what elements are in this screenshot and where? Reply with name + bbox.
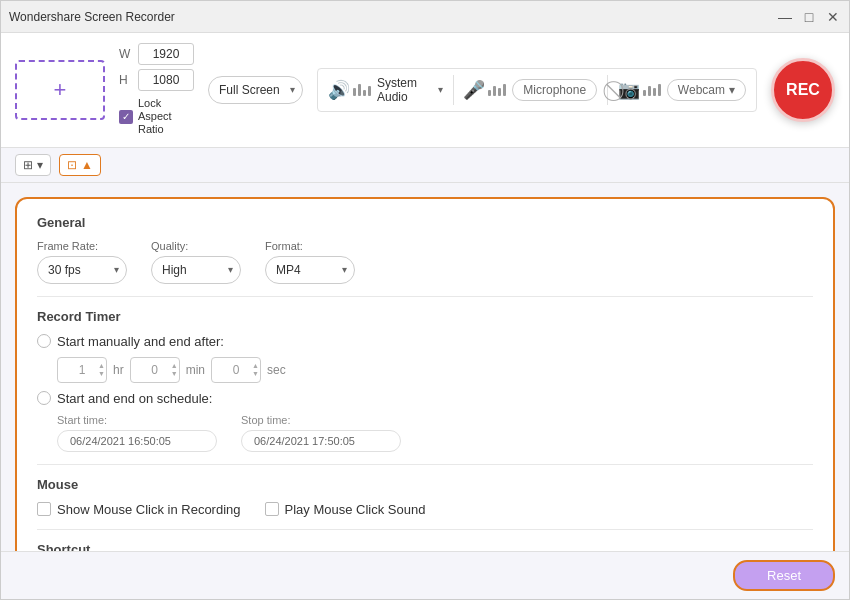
minutes-wrapper: ▲ ▼ — [130, 357, 180, 383]
bar2 — [358, 84, 361, 96]
frame-rate-label: Frame Rate: — [37, 240, 127, 252]
camera-toolbar-button[interactable]: ⊡ ▲ — [59, 154, 101, 176]
quality-select-wrapper: High Medium Low — [151, 256, 241, 284]
sec-label: sec — [267, 363, 286, 377]
minutes-down-arrow[interactable]: ▼ — [171, 370, 178, 377]
hours-wrapper: ▲ ▼ — [57, 357, 107, 383]
toolbar: ⊞ ▾ ⊡ ▲ — [1, 148, 849, 183]
schedule-time-row: Start time: Stop time: — [37, 414, 813, 452]
maximize-button[interactable]: □ — [801, 9, 817, 25]
mic-bar3 — [498, 88, 501, 96]
microphone-button[interactable]: Microphone — [512, 79, 597, 101]
lock-aspect-ratio-checkbox[interactable] — [119, 110, 133, 124]
stop-time-input[interactable] — [241, 430, 401, 452]
system-audio-dropdown[interactable]: System Audio ▾ — [377, 76, 443, 104]
app-window: Wondershare Screen Recorder — □ ✕ + W H … — [0, 0, 850, 600]
aspect-ratio-row: Lock Aspect Ratio — [119, 97, 194, 137]
toolbar-arrow-up: ▲ — [81, 158, 93, 172]
width-row: W — [119, 43, 194, 65]
divider-2 — [37, 464, 813, 465]
start-time-input[interactable] — [57, 430, 217, 452]
av-divider-1 — [453, 75, 454, 105]
record-timer-title: Record Timer — [37, 309, 813, 324]
mic-bar2 — [493, 86, 496, 96]
seconds-down-arrow[interactable]: ▼ — [252, 370, 259, 377]
webcam-icon-group: 📷⃠ — [618, 79, 661, 101]
titlebar: Wondershare Screen Recorder — □ ✕ — [1, 1, 849, 33]
shortcut-section-title: Shortcut — [37, 542, 813, 551]
start-time-group: Start time: — [57, 414, 217, 452]
mouse-section-title: Mouse — [37, 477, 813, 492]
settings-panel: General Frame Rate: 30 fps 15 fps 60 fps… — [1, 183, 849, 551]
dimensions-panel: W H Lock Aspect Ratio — [119, 43, 194, 137]
bar4 — [368, 86, 371, 96]
minutes-arrows: ▲ ▼ — [171, 357, 178, 383]
format-label: Format: — [265, 240, 355, 252]
audio-bars — [353, 84, 371, 96]
format-select[interactable]: MP4 AVI MOV — [265, 256, 355, 284]
play-sound-row: Play Mouse Click Sound — [265, 502, 426, 517]
fullscreen-select-wrapper: Full Screen — [208, 76, 303, 104]
format-group: Format: MP4 AVI MOV — [265, 240, 355, 284]
fullscreen-select[interactable]: Full Screen — [208, 76, 303, 104]
mic-bar1 — [488, 90, 491, 96]
format-select-wrapper: MP4 AVI MOV — [265, 256, 355, 284]
minimize-button[interactable]: — — [777, 9, 793, 25]
width-label: W — [119, 47, 133, 61]
screen-toolbar-button[interactable]: ⊞ ▾ — [15, 154, 51, 176]
width-input[interactable] — [138, 43, 194, 65]
stop-time-label: Stop time: — [241, 414, 401, 426]
seconds-up-arrow[interactable]: ▲ — [252, 362, 259, 369]
reset-button[interactable]: Reset — [733, 560, 835, 591]
quality-label: Quality: — [151, 240, 241, 252]
hours-down-arrow[interactable]: ▼ — [98, 370, 105, 377]
quality-group: Quality: High Medium Low — [151, 240, 241, 284]
time-inputs-row: ▲ ▼ hr ▲ ▼ min — [37, 357, 813, 383]
schedule-radio[interactable] — [37, 391, 51, 405]
system-audio-arrow: ▾ — [438, 84, 443, 95]
webcam-bars — [643, 84, 661, 96]
bar1 — [353, 88, 356, 96]
show-click-row: Show Mouse Click in Recording — [37, 502, 241, 517]
manual-radio[interactable] — [37, 334, 51, 348]
bottom-bar: Reset — [1, 551, 849, 599]
stop-time-group: Stop time: — [241, 414, 401, 452]
quality-select[interactable]: High Medium Low — [151, 256, 241, 284]
divider-3 — [37, 529, 813, 530]
frame-rate-group: Frame Rate: 30 fps 15 fps 60 fps — [37, 240, 127, 284]
window-controls: — □ ✕ — [777, 9, 841, 25]
system-audio-label: System Audio — [377, 76, 434, 104]
hr-label: hr — [113, 363, 124, 377]
add-region-icon: + — [54, 77, 67, 103]
hours-up-arrow[interactable]: ▲ — [98, 362, 105, 369]
height-label: H — [119, 73, 133, 87]
rec-button[interactable]: REC — [771, 58, 835, 122]
frame-rate-select[interactable]: 30 fps 15 fps 60 fps — [37, 256, 127, 284]
show-click-label: Show Mouse Click in Recording — [57, 502, 241, 517]
play-sound-checkbox[interactable] — [265, 502, 279, 516]
height-row: H — [119, 69, 194, 91]
mic-bars — [488, 84, 506, 96]
general-form-row: Frame Rate: 30 fps 15 fps 60 fps Quality… — [37, 240, 813, 284]
minutes-up-arrow[interactable]: ▲ — [171, 362, 178, 369]
show-click-checkbox[interactable] — [37, 502, 51, 516]
webcam-button[interactable]: Webcam ▾ — [667, 79, 746, 101]
camera-settings-icon: ⊡ — [67, 158, 77, 172]
timer-section: Start manually and end after: ▲ ▼ hr — [37, 334, 813, 452]
av-controls: 🔊 System Audio ▾ 🎤 — [317, 68, 757, 112]
frame-rate-select-wrapper: 30 fps 15 fps 60 fps — [37, 256, 127, 284]
height-input[interactable] — [138, 69, 194, 91]
speaker-icon: 🔊 — [328, 79, 350, 101]
wb3 — [653, 88, 656, 96]
screen-mode-wrapper: Full Screen — [208, 76, 303, 104]
microphone-icon: 🎤 — [463, 79, 485, 101]
toolbar-arrow-down: ▾ — [37, 158, 43, 172]
schedule-radio-row: Start and end on schedule: — [37, 391, 813, 406]
play-sound-label: Play Mouse Click Sound — [285, 502, 426, 517]
seconds-arrows: ▲ ▼ — [252, 357, 259, 383]
settings-card: General Frame Rate: 30 fps 15 fps 60 fps… — [15, 197, 835, 551]
close-button[interactable]: ✕ — [825, 9, 841, 25]
mouse-options-row: Show Mouse Click in Recording Play Mouse… — [37, 502, 813, 517]
screen-preview[interactable]: + — [15, 60, 105, 120]
bar3 — [363, 90, 366, 96]
